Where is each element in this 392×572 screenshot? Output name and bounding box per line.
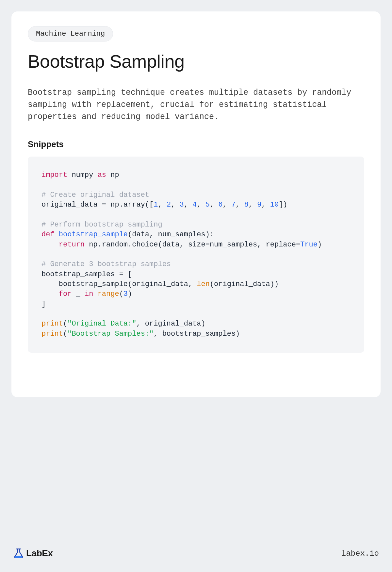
category-tag: Machine Learning (28, 26, 113, 42)
content-card: Machine Learning Bootstrap Sampling Boot… (11, 11, 381, 397)
footer: LabEx labex.io (13, 548, 379, 559)
snippets-heading: Snippets (28, 139, 364, 149)
flask-icon (13, 548, 24, 559)
keyword-in: in (85, 290, 93, 298)
footer-url: labex.io (341, 549, 379, 558)
code-comment: # Generate 3 bootstrap samples (41, 260, 171, 268)
code-snippet: import numpy as np # Create original dat… (28, 157, 364, 353)
description-text: Bootstrap sampling technique creates mul… (28, 87, 364, 123)
keyword-import: import (41, 171, 67, 179)
keyword-for: for (59, 290, 72, 298)
keyword-as: as (98, 171, 106, 179)
brand-logo: LabEx (13, 548, 53, 559)
keyword-return: return (59, 241, 85, 249)
code-comment: # Create original dataset (41, 191, 149, 199)
brand-name: LabEx (26, 548, 53, 559)
page-title: Bootstrap Sampling (28, 51, 364, 72)
keyword-def: def (41, 230, 55, 239)
code-comment: # Perform bootstrap sampling (41, 221, 162, 229)
